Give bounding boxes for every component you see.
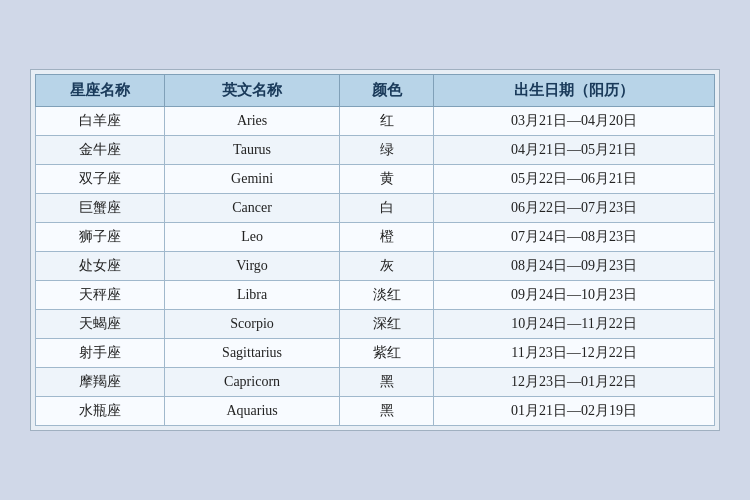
- table-row: 射手座Sagittarius紫红11月23日—12月22日: [36, 339, 715, 368]
- cell-zh-name: 射手座: [36, 339, 165, 368]
- cell-zh-name: 金牛座: [36, 136, 165, 165]
- cell-en-name: Scorpio: [164, 310, 340, 339]
- table-row: 摩羯座Capricorn黑12月23日—01月22日: [36, 368, 715, 397]
- cell-en-name: Sagittarius: [164, 339, 340, 368]
- header-date: 出生日期（阳历）: [434, 75, 715, 107]
- cell-date: 03月21日—04月20日: [434, 107, 715, 136]
- header-en-name: 英文名称: [164, 75, 340, 107]
- cell-date: 07月24日—08月23日: [434, 223, 715, 252]
- table-row: 天秤座Libra淡红09月24日—10月23日: [36, 281, 715, 310]
- cell-en-name: Virgo: [164, 252, 340, 281]
- cell-zh-name: 天蝎座: [36, 310, 165, 339]
- zodiac-table: 星座名称 英文名称 颜色 出生日期（阳历） 白羊座Aries红03月21日—04…: [35, 74, 715, 426]
- cell-color: 橙: [340, 223, 434, 252]
- cell-en-name: Aquarius: [164, 397, 340, 426]
- cell-en-name: Gemini: [164, 165, 340, 194]
- table-row: 处女座Virgo灰08月24日—09月23日: [36, 252, 715, 281]
- cell-color: 深红: [340, 310, 434, 339]
- cell-color: 黑: [340, 397, 434, 426]
- cell-zh-name: 狮子座: [36, 223, 165, 252]
- cell-zh-name: 水瓶座: [36, 397, 165, 426]
- cell-date: 11月23日—12月22日: [434, 339, 715, 368]
- header-zh-name: 星座名称: [36, 75, 165, 107]
- cell-date: 12月23日—01月22日: [434, 368, 715, 397]
- cell-color: 红: [340, 107, 434, 136]
- table-row: 水瓶座Aquarius黑01月21日—02月19日: [36, 397, 715, 426]
- table-row: 金牛座Taurus绿04月21日—05月21日: [36, 136, 715, 165]
- cell-en-name: Leo: [164, 223, 340, 252]
- cell-date: 05月22日—06月21日: [434, 165, 715, 194]
- cell-zh-name: 天秤座: [36, 281, 165, 310]
- cell-en-name: Capricorn: [164, 368, 340, 397]
- cell-date: 10月24日—11月22日: [434, 310, 715, 339]
- cell-zh-name: 摩羯座: [36, 368, 165, 397]
- cell-zh-name: 双子座: [36, 165, 165, 194]
- cell-color: 紫红: [340, 339, 434, 368]
- table-header-row: 星座名称 英文名称 颜色 出生日期（阳历）: [36, 75, 715, 107]
- table-row: 天蝎座Scorpio深红10月24日—11月22日: [36, 310, 715, 339]
- cell-zh-name: 巨蟹座: [36, 194, 165, 223]
- cell-date: 06月22日—07月23日: [434, 194, 715, 223]
- table-row: 狮子座Leo橙07月24日—08月23日: [36, 223, 715, 252]
- cell-en-name: Libra: [164, 281, 340, 310]
- cell-color: 白: [340, 194, 434, 223]
- cell-color: 黑: [340, 368, 434, 397]
- cell-en-name: Aries: [164, 107, 340, 136]
- cell-date: 08月24日—09月23日: [434, 252, 715, 281]
- table-row: 双子座Gemini黄05月22日—06月21日: [36, 165, 715, 194]
- cell-zh-name: 处女座: [36, 252, 165, 281]
- zodiac-table-container: 星座名称 英文名称 颜色 出生日期（阳历） 白羊座Aries红03月21日—04…: [30, 69, 720, 431]
- cell-en-name: Taurus: [164, 136, 340, 165]
- cell-color: 灰: [340, 252, 434, 281]
- cell-color: 黄: [340, 165, 434, 194]
- table-row: 白羊座Aries红03月21日—04月20日: [36, 107, 715, 136]
- cell-en-name: Cancer: [164, 194, 340, 223]
- cell-date: 01月21日—02月19日: [434, 397, 715, 426]
- cell-zh-name: 白羊座: [36, 107, 165, 136]
- table-row: 巨蟹座Cancer白06月22日—07月23日: [36, 194, 715, 223]
- cell-date: 04月21日—05月21日: [434, 136, 715, 165]
- cell-color: 淡红: [340, 281, 434, 310]
- cell-color: 绿: [340, 136, 434, 165]
- header-color: 颜色: [340, 75, 434, 107]
- cell-date: 09月24日—10月23日: [434, 281, 715, 310]
